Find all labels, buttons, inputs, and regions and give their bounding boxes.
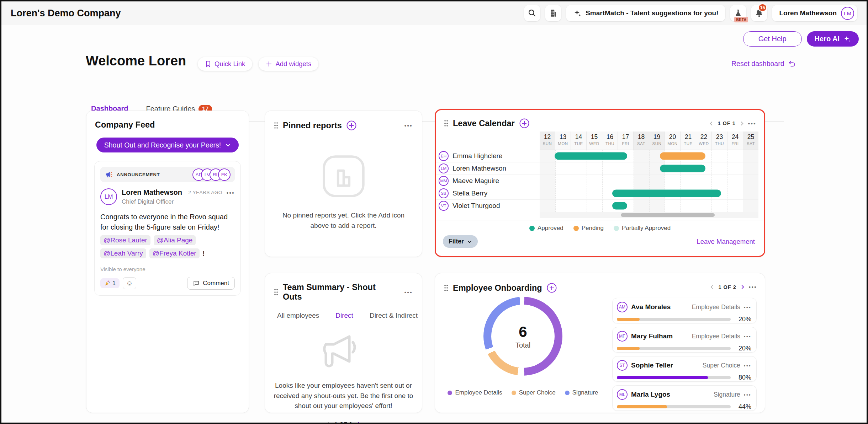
- calendar-day-header: 22WED: [696, 132, 711, 150]
- day-number: 12: [540, 133, 555, 141]
- progress-percent: 20%: [735, 316, 751, 323]
- day-number: 20: [665, 133, 680, 141]
- person-menu-button[interactable]: •••: [744, 363, 751, 368]
- hero-ai-label: Hero AI: [815, 35, 840, 43]
- employee-onboarding-card: Employee Onboarding 1 OF 2 ••• 6 Total E…: [435, 273, 765, 413]
- reaction-count: 1: [112, 280, 116, 286]
- sparkle-icon: [573, 9, 582, 17]
- reaction-pill[interactable]: 1: [100, 278, 120, 288]
- leave-bar-pending[interactable]: [660, 152, 705, 160]
- labs-beta-button[interactable]: BETA: [730, 5, 746, 21]
- onboarding-person-row: AMAva MoralesEmployee Details•••20%: [612, 298, 757, 323]
- leave-management-link[interactable]: Leave Management: [697, 238, 755, 246]
- leave-bar-approved[interactable]: [555, 152, 627, 160]
- pager-label: 1 OF 1: [718, 120, 735, 126]
- add-leave-icon[interactable]: [519, 118, 530, 129]
- person-name: Maria Lygos: [631, 391, 670, 398]
- add-reaction-button[interactable]: ☺: [123, 277, 136, 289]
- drag-handle-icon[interactable]: [274, 122, 279, 129]
- post-menu-button[interactable]: •••: [227, 190, 235, 196]
- comment-button[interactable]: Comment: [187, 277, 235, 290]
- pager-next-icon[interactable]: [356, 421, 362, 424]
- hero-ai-button[interactable]: Hero AI: [807, 31, 859, 47]
- horizontal-scrollbar[interactable]: [621, 213, 715, 217]
- card-menu-button[interactable]: •••: [404, 289, 413, 295]
- day-number: 15: [587, 133, 602, 141]
- user-menu-button[interactable]: Loren Mathewson LM: [772, 5, 857, 21]
- get-help-button[interactable]: Get Help: [743, 31, 802, 47]
- pager-next-icon[interactable]: [739, 121, 745, 126]
- sparkle-icon: [843, 35, 851, 43]
- legend-dot: [565, 391, 570, 395]
- legend-item-approved: Approved: [529, 225, 563, 232]
- employee-cell: SBStella Berry: [436, 187, 540, 199]
- legend-item-pending: Pending: [573, 225, 604, 232]
- pager-next-icon[interactable]: [740, 284, 745, 290]
- add-report-icon[interactable]: [346, 120, 357, 131]
- pager-prev-icon[interactable]: [709, 121, 714, 126]
- person-row-header: STSophie TellerSuper Choice•••: [617, 360, 751, 371]
- reset-dashboard-link[interactable]: Reset dashboard: [731, 60, 796, 68]
- pager-prev-icon[interactable]: [709, 284, 715, 290]
- leave-lane: [540, 150, 758, 162]
- calendar-day-header: 24FRI: [727, 132, 743, 150]
- org-directory-button[interactable]: [545, 5, 561, 21]
- megaphone-icon: [265, 329, 422, 372]
- mention-chip[interactable]: @Leah Varry: [100, 248, 146, 258]
- drag-handle-icon[interactable]: [274, 288, 279, 296]
- card-title: Leave Calendar: [453, 119, 515, 128]
- progress-percent: 44%: [735, 403, 751, 410]
- mention-chip[interactable]: @Alia Page: [154, 235, 196, 245]
- mention-chip[interactable]: @Rose Lauter: [100, 235, 150, 245]
- building-icon: [549, 9, 558, 18]
- person-menu-button[interactable]: •••: [744, 305, 751, 310]
- legend-label: Approved: [538, 225, 563, 232]
- person-menu-button[interactable]: •••: [744, 392, 751, 397]
- bookmark-icon: [205, 60, 211, 68]
- report-placeholder-icon: [265, 153, 422, 200]
- onboarding-stage: Signature: [714, 391, 740, 398]
- card-menu-button[interactable]: •••: [749, 284, 757, 290]
- day-of-week: SUN: [649, 141, 665, 146]
- search-button[interactable]: [524, 5, 540, 21]
- pager-prev-icon[interactable]: [325, 421, 331, 424]
- team-summary-tabs: All employeesDirectDirect & Indirect: [277, 312, 422, 321]
- card-menu-button[interactable]: •••: [748, 120, 756, 127]
- smartmatch-button[interactable]: SmartMatch - Talent suggestions for you!: [566, 5, 725, 21]
- drag-handle-icon[interactable]: [444, 119, 449, 127]
- card-title: Pinned reports: [283, 121, 342, 130]
- filter-label: Filter: [449, 238, 464, 245]
- person-menu-button[interactable]: •••: [744, 334, 751, 339]
- person-avatar: MF: [617, 331, 628, 342]
- employee-avatar: MM: [439, 176, 449, 186]
- team-tab-all-employees[interactable]: All employees: [277, 312, 319, 321]
- leave-bar-approved[interactable]: [612, 190, 721, 197]
- leave-bar-approved[interactable]: [660, 165, 705, 172]
- person-row-header: MLMaria LygosSignature•••: [617, 389, 751, 400]
- shout-out-button[interactable]: Shout Out and Recognise your Peers!: [96, 138, 239, 152]
- legend-dot: [573, 226, 579, 231]
- progress-fill: [617, 318, 640, 321]
- employee-avatar: VT: [439, 201, 449, 211]
- leave-bar-approved[interactable]: [612, 202, 627, 210]
- onboarding-stage: Employee Details: [692, 304, 740, 311]
- mention-chip[interactable]: @Freya Kotler: [149, 248, 200, 258]
- legend-item-super-choice: Super Choice: [512, 389, 556, 396]
- day-of-week: MON: [555, 141, 571, 146]
- drag-handle-icon[interactable]: [444, 284, 449, 292]
- add-widgets-button[interactable]: Add widgets: [259, 57, 318, 71]
- day-of-week: SAT: [634, 141, 649, 146]
- quick-link-button[interactable]: Quick Link: [198, 57, 252, 71]
- notifications-button[interactable]: 15: [751, 5, 767, 21]
- card-menu-button[interactable]: •••: [404, 123, 413, 129]
- team-tab-direct[interactable]: Direct: [335, 312, 353, 321]
- person-progress-row: 80%: [617, 374, 751, 381]
- add-onboarding-icon[interactable]: [546, 283, 557, 293]
- chevron-down-icon: [225, 142, 231, 148]
- progress-percent: 20%: [735, 345, 751, 352]
- calendar-day-header: 13MON: [555, 132, 571, 150]
- filter-button[interactable]: Filter: [443, 235, 478, 248]
- calendar-day-header: 12SUN: [540, 132, 555, 150]
- team-tab-direct-indirect[interactable]: Direct & Indirect: [370, 312, 418, 321]
- day-of-week: THU: [602, 141, 618, 146]
